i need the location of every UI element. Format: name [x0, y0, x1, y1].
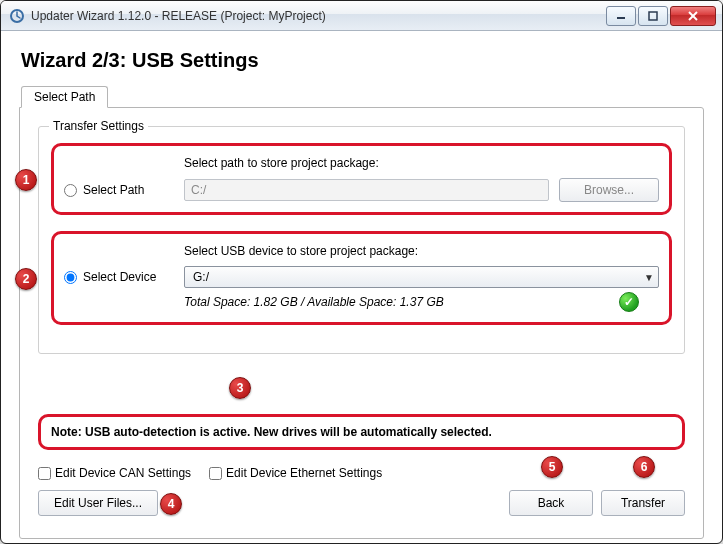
select-device-group: Select USB device to store project packa…: [51, 231, 672, 325]
app-icon: [9, 8, 25, 24]
chevron-down-icon: ▼: [644, 272, 654, 283]
device-combo[interactable]: G:/ ▼: [184, 266, 659, 288]
annotation-badge-5: 5: [541, 456, 563, 478]
transfer-settings-fieldset: Transfer Settings Select path to store p…: [38, 126, 685, 354]
svg-rect-2: [649, 12, 657, 20]
device-space-info: Total Space: 1.82 GB / Available Space: …: [184, 295, 609, 309]
path-input[interactable]: [184, 179, 549, 201]
select-device-prompt: Select USB device to store project packa…: [184, 244, 659, 258]
select-device-radio-label[interactable]: Select Device: [64, 270, 174, 284]
bottom-checkbox-row: Edit Device CAN Settings Edit Device Eth…: [38, 466, 685, 480]
note-box: Note: USB auto-detection is active. New …: [38, 414, 685, 450]
bottom-button-row: Edit User Files... Back Transfer: [38, 490, 685, 516]
edit-user-files-button[interactable]: Edit User Files...: [38, 490, 158, 516]
device-combo-value: G:/: [193, 270, 209, 284]
fieldset-legend: Transfer Settings: [49, 119, 148, 133]
annotation-badge-2: 2: [15, 268, 37, 290]
select-path-radio[interactable]: [64, 184, 77, 197]
maximize-button[interactable]: [638, 6, 668, 26]
content: Wizard 2/3: USB Settings Select Path Tra…: [1, 31, 722, 544]
edit-eth-checkbox[interactable]: [209, 467, 222, 480]
annotation-badge-3: 3: [229, 377, 251, 399]
tabstrip: Select Path: [21, 86, 704, 108]
window: Updater Wizard 1.12.0 - RELEASE (Project…: [0, 0, 723, 544]
minimize-button[interactable]: [606, 6, 636, 26]
select-device-radio[interactable]: [64, 271, 77, 284]
close-button[interactable]: [670, 6, 716, 26]
transfer-button[interactable]: Transfer: [601, 490, 685, 516]
back-button[interactable]: Back: [509, 490, 593, 516]
edit-eth-checkbox-label[interactable]: Edit Device Ethernet Settings: [209, 466, 382, 480]
browse-button[interactable]: Browse...: [559, 178, 659, 202]
annotation-badge-6: 6: [633, 456, 655, 478]
tabpane: Transfer Settings Select path to store p…: [19, 107, 704, 539]
annotation-badge-4: 4: [160, 493, 182, 515]
note-text: Note: USB auto-detection is active. New …: [51, 425, 492, 439]
select-path-group: Select path to store project package: Se…: [51, 143, 672, 215]
check-ok-icon: ✓: [619, 292, 639, 312]
tab-select-path[interactable]: Select Path: [21, 86, 108, 108]
select-path-radio-label[interactable]: Select Path: [64, 183, 174, 197]
edit-can-checkbox[interactable]: [38, 467, 51, 480]
edit-can-checkbox-label[interactable]: Edit Device CAN Settings: [38, 466, 191, 480]
titlebar: Updater Wizard 1.12.0 - RELEASE (Project…: [1, 1, 722, 31]
window-title: Updater Wizard 1.12.0 - RELEASE (Project…: [31, 9, 604, 23]
select-path-prompt: Select path to store project package:: [184, 156, 659, 170]
page-heading: Wizard 2/3: USB Settings: [21, 49, 704, 72]
annotation-badge-1: 1: [15, 169, 37, 191]
